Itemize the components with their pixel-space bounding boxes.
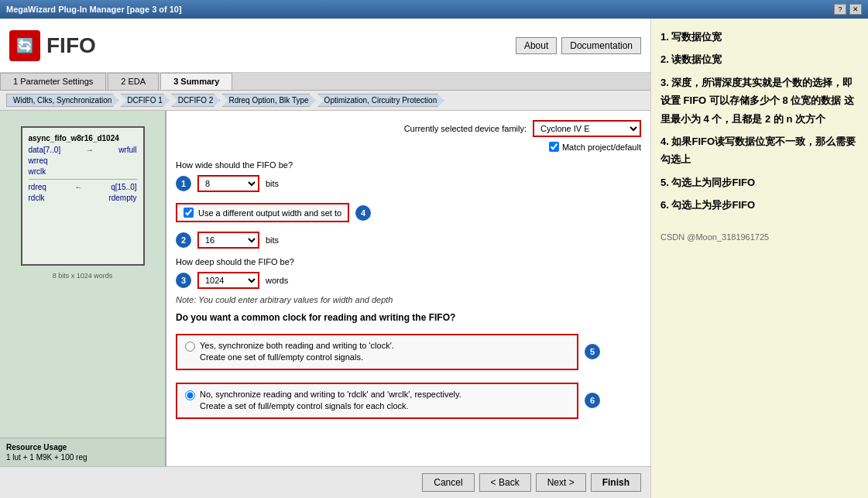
breadcrumb-optimization[interactable]: Optimization, Circuitry Protection bbox=[317, 94, 444, 107]
title-bar-controls: ? ✕ bbox=[834, 4, 862, 15]
next-button[interactable]: Next > bbox=[536, 473, 586, 492]
read-width-select[interactable]: 16 bbox=[197, 232, 259, 249]
resource-usage-value: 1 lut + 1 M9K + 100 reg bbox=[6, 453, 159, 462]
cancel-button[interactable]: Cancel bbox=[422, 473, 474, 492]
settings-panel: Currently selected device family: Cyclon… bbox=[166, 111, 650, 466]
tabs-bar: 1 Parameter Settings 2 EDA 3 Summary bbox=[0, 73, 650, 91]
annotation-1: 1. 写数据位宽 bbox=[660, 28, 859, 46]
read-width-row: 2 16 bits bbox=[176, 232, 641, 249]
badge-3: 3 bbox=[176, 273, 191, 288]
badge-4: 4 bbox=[355, 205, 371, 221]
finish-button[interactable]: Finish bbox=[591, 473, 641, 492]
app-title: FIFO bbox=[46, 33, 96, 58]
breadcrumb-rdreq[interactable]: Rdreq Option, Blk Type bbox=[221, 94, 315, 107]
breadcrumb: Width, Clks, Synchronization DCFIFO 1 DC… bbox=[0, 91, 650, 111]
depth-unit: words bbox=[266, 276, 288, 285]
fifo-diagram: async_fifo_w8r16_d1024 data[7..0] → wrfu… bbox=[21, 126, 145, 266]
fifo-bit-info: 8 bits x 1024 words bbox=[53, 272, 113, 280]
signal-rdreq: rdreq ← q[15..0] bbox=[29, 183, 137, 191]
write-width-row: 1 8 bits bbox=[176, 175, 641, 192]
sync-text: Yes, synchronize both reading and writin… bbox=[200, 340, 394, 364]
title-bar: MegaWizard Plug-In Manager [page 3 of 10… bbox=[0, 0, 868, 19]
different-width-label: Use a different output width and set to bbox=[198, 208, 341, 218]
async-text: No, synchronize reading and writing to '… bbox=[200, 389, 461, 413]
window-title: MegaWizard Plug-In Manager [page 3 of 10… bbox=[6, 5, 182, 14]
right-annotation-panel: 1. 写数据位宽 2. 读数据位宽 3. 深度，所谓深度其实就是个数的选择，即设… bbox=[650, 19, 868, 498]
copyright: CSDN @Moon_3181961725 bbox=[660, 230, 859, 246]
app-header: 🔄 FIFO About Documentation bbox=[0, 19, 650, 73]
tab-parameter-settings[interactable]: 1 Parameter Settings bbox=[0, 73, 106, 90]
depth-row: 3 1024 words bbox=[176, 272, 641, 289]
write-width-unit: bits bbox=[266, 179, 279, 188]
close-button[interactable]: ✕ bbox=[849, 4, 862, 15]
read-width-unit: bits bbox=[266, 235, 279, 245]
device-family-label: Currently selected device family: bbox=[404, 124, 527, 133]
back-button[interactable]: < Back bbox=[479, 473, 531, 492]
match-checkbox[interactable] bbox=[549, 142, 559, 152]
signal-wrclk: wrclk bbox=[29, 167, 137, 176]
async-option: No, synchronize reading and writing to '… bbox=[176, 383, 578, 419]
match-label: Match project/default bbox=[562, 143, 641, 152]
badge-5: 5 bbox=[585, 344, 600, 359]
badge-2: 2 bbox=[176, 232, 191, 248]
breadcrumb-dcfifo2[interactable]: DCFIFO 2 bbox=[171, 94, 221, 107]
footer: Cancel < Back Next > Finish bbox=[0, 466, 650, 498]
depth-question: How deep should the FIFO be? bbox=[176, 256, 641, 267]
clock-question: Do you want a common clock for reading a… bbox=[176, 312, 641, 323]
sync-radio[interactable] bbox=[185, 342, 195, 352]
annotation-4: 4. 如果FIFO读写数据位宽不一致，那么需要勾选上 bbox=[660, 132, 859, 169]
resource-usage-label: Resource Usage bbox=[6, 443, 159, 452]
help-button[interactable]: ? bbox=[834, 4, 846, 15]
device-family-row: Currently selected device family: Cyclon… bbox=[176, 120, 641, 137]
documentation-button[interactable]: Documentation bbox=[561, 37, 641, 54]
breadcrumb-width[interactable]: Width, Clks, Synchronization bbox=[6, 94, 118, 107]
sync-option: Yes, synchronize both reading and writin… bbox=[176, 334, 578, 370]
preview-panel: async_fifo_w8r16_d1024 data[7..0] → wrfu… bbox=[0, 111, 166, 466]
match-row: Match project/default bbox=[176, 142, 641, 152]
width-question: How wide should the FIFO be? bbox=[176, 160, 641, 170]
different-width-checkbox-row: Use a different output width and set to bbox=[176, 203, 349, 222]
signal-wrreq: wrreq bbox=[29, 156, 137, 165]
write-width-select[interactable]: 8 bbox=[197, 175, 259, 192]
tab-eda[interactable]: 2 EDA bbox=[108, 73, 159, 90]
device-family-select[interactable]: Cyclone IV E bbox=[533, 120, 641, 137]
annotation-6: 6. 勾选上为异步FIFO bbox=[660, 196, 859, 214]
badge-6: 6 bbox=[585, 393, 600, 408]
signal-rdclk: rdclk rdempty bbox=[29, 194, 137, 202]
tab-summary[interactable]: 3 Summary bbox=[160, 73, 232, 90]
different-width-checkbox[interactable] bbox=[184, 208, 194, 218]
depth-select[interactable]: 1024 bbox=[197, 272, 259, 289]
signal-data: data[7..0] → wrfull bbox=[29, 146, 137, 154]
async-radio[interactable] bbox=[185, 390, 195, 400]
annotation-5: 5. 勾选上为同步FIFO bbox=[660, 173, 859, 191]
about-button[interactable]: About bbox=[516, 37, 557, 54]
annotation-3: 3. 深度，所谓深度其实就是个数的选择，即设置 FIFO 可以存储多少个 8 位… bbox=[660, 74, 859, 128]
header-buttons: About Documentation bbox=[516, 37, 641, 54]
app-logo: 🔄 FIFO bbox=[9, 30, 96, 61]
resource-usage-panel: Resource Usage 1 lut + 1 M9K + 100 reg bbox=[0, 438, 165, 466]
badge-1: 1 bbox=[176, 176, 191, 191]
logo-icon: 🔄 bbox=[9, 30, 40, 61]
fifo-module-name: async_fifo_w8r16_d1024 bbox=[29, 134, 137, 143]
breadcrumb-dcfifo1[interactable]: DCFIFO 1 bbox=[120, 94, 170, 107]
note-text: Note: You could enter arbitrary values f… bbox=[176, 295, 641, 304]
annotation-2: 2. 读数据位宽 bbox=[660, 50, 859, 68]
